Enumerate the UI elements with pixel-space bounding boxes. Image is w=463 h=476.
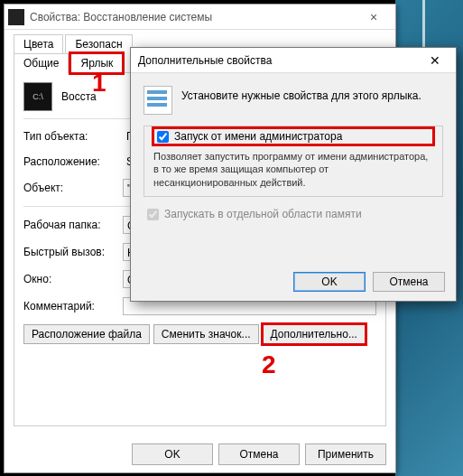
adv-window-title: Дополнительные свойства bbox=[138, 54, 421, 67]
adv-header: Установите нужные свойства для этого ярл… bbox=[144, 86, 443, 115]
adv-header-text: Установите нужные свойства для этого ярл… bbox=[181, 86, 421, 102]
close-icon[interactable]: ✕ bbox=[421, 53, 449, 68]
separate-memory-label: Запускать в отдельной области памяти bbox=[164, 208, 362, 220]
run-as-admin-group: Запуск от имени администратора Позволяет… bbox=[144, 126, 443, 197]
label-target: Объект: bbox=[23, 182, 123, 194]
titlebar[interactable]: Свойства: Восстановление системы × bbox=[5, 5, 395, 30]
label-shortcut-key: Быстрый вызов: bbox=[23, 246, 123, 258]
advanced-properties-dialog: Дополнительные свойства ✕ Установите нуж… bbox=[130, 47, 457, 302]
label-target-type: Тип объекта: bbox=[23, 130, 123, 143]
adv-ok-button[interactable]: OK bbox=[293, 272, 366, 292]
tab-colors[interactable]: Цвета bbox=[14, 34, 63, 53]
apply-button[interactable]: Применить bbox=[305, 443, 386, 465]
shortcut-target-icon: C:\ bbox=[23, 82, 52, 111]
tab-general[interactable]: Общие bbox=[14, 53, 69, 73]
run-as-admin-label: Запуск от имени администратора bbox=[174, 130, 342, 143]
label-run: Окно: bbox=[23, 273, 123, 285]
annotation-1: 1 bbox=[92, 69, 106, 98]
cancel-button[interactable]: Отмена bbox=[218, 443, 300, 465]
separate-memory-row: Запускать в отдельной области памяти bbox=[144, 206, 443, 223]
annotation-2: 2 bbox=[262, 350, 276, 379]
adv-cancel-button[interactable]: Отмена bbox=[373, 272, 445, 292]
separate-memory-checkbox bbox=[147, 209, 159, 220]
window-title: Свойства: Восстановление системы bbox=[30, 11, 356, 23]
tab-security[interactable]: Безопасн bbox=[65, 34, 132, 53]
adv-titlebar[interactable]: Дополнительные свойства ✕ bbox=[131, 48, 456, 73]
run-as-admin-row[interactable]: Запуск от имени администратора bbox=[153, 128, 433, 145]
adv-dialog-buttons: OK Отмена bbox=[293, 272, 445, 292]
change-icon-button[interactable]: Сменить значок... bbox=[153, 324, 259, 344]
app-icon bbox=[8, 9, 24, 25]
file-location-button[interactable]: Расположение файла bbox=[23, 324, 150, 344]
run-as-admin-description: Позволяет запустить программу от имени а… bbox=[153, 150, 433, 189]
close-icon[interactable]: × bbox=[356, 5, 392, 29]
properties-icon bbox=[144, 86, 172, 115]
ok-button[interactable]: OK bbox=[132, 443, 213, 465]
dialog-bottom-buttons: OK Отмена Применить bbox=[132, 443, 386, 465]
adv-body: Установите нужные свойства для этого ярл… bbox=[131, 73, 456, 236]
run-as-admin-checkbox[interactable] bbox=[157, 131, 169, 143]
advanced-button[interactable]: Дополнительно... bbox=[263, 324, 366, 344]
label-comment: Комментарий: bbox=[23, 300, 123, 313]
label-location: Расположение: bbox=[23, 155, 123, 168]
shortcut-buttons-row: Расположение файла Сменить значок... Доп… bbox=[23, 324, 376, 344]
label-start-in: Рабочая папка: bbox=[23, 219, 123, 231]
